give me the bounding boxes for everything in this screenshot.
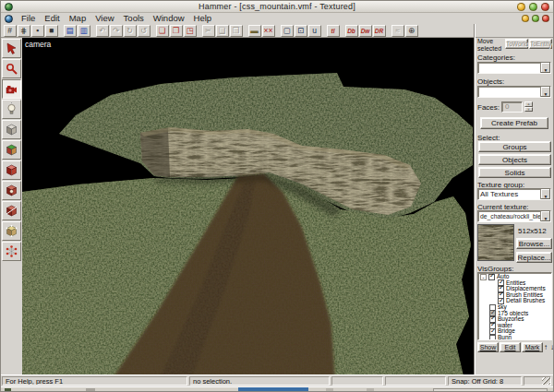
taskbar-start-sliver[interactable] — [5, 388, 11, 392]
visgroups-tree[interactable]: Auto Entities Displacements Brush Entiti… — [477, 272, 552, 340]
3d-viewport[interactable]: camera — [22, 38, 474, 376]
copy-button[interactable]: ❑ — [216, 25, 229, 37]
chevron-down-icon[interactable] — [540, 87, 550, 97]
overlay-tool-button[interactable] — [2, 181, 21, 200]
select-objects-button[interactable]: Objects — [478, 154, 551, 165]
clipping-tool-button[interactable] — [2, 201, 21, 220]
undo-button[interactable]: ↶ — [96, 25, 109, 37]
select-by-handles-icon: u — [312, 26, 317, 35]
magnify-tool-button[interactable] — [2, 59, 21, 78]
toggle-grid-button[interactable]: # — [4, 25, 17, 37]
texture-group-select[interactable]: All Textures — [477, 188, 551, 200]
objects-select[interactable] — [477, 86, 551, 98]
group-button[interactable]: ◳ — [184, 25, 197, 37]
visgroup-mark-button[interactable]: Mark — [522, 342, 543, 352]
menu-window[interactable]: Window — [149, 13, 189, 24]
flip-vertical-icon: ↺ — [140, 26, 147, 35]
load-window-state-button[interactable]: ▤ — [64, 25, 77, 37]
selection-tool-button[interactable] — [2, 39, 21, 58]
texture-lock-button[interactable]: tl — [327, 25, 340, 37]
cut-button[interactable]: ✂ — [202, 25, 215, 37]
displacement-solid-mask-button[interactable]: Db — [345, 25, 358, 37]
camera-tool-button[interactable] — [2, 79, 21, 99]
select-solids-button[interactable]: Solids — [478, 167, 551, 178]
to-entity-button[interactable]: ToEntity — [529, 39, 552, 49]
to-world-button[interactable]: ToWorld — [505, 39, 528, 49]
smaller-grid-button[interactable]: ▪ — [31, 25, 44, 37]
hide-selected-button[interactable]: ▬ — [248, 25, 261, 37]
menu-edit[interactable]: Edit — [40, 13, 64, 24]
spin-down-icon[interactable]: ▼ — [524, 107, 533, 113]
menu-map[interactable]: Map — [65, 13, 90, 24]
child-restore-button[interactable] — [532, 15, 539, 22]
taskbar-active-task[interactable] — [238, 387, 308, 392]
minimize-button[interactable] — [517, 3, 525, 11]
menu-file[interactable]: File — [17, 13, 40, 24]
cordon-edit-button[interactable]: ▢ — [281, 25, 294, 37]
map-document-icon[interactable] — [5, 15, 13, 23]
current-texture-select[interactable]: de_chateau/rockli_blen — [477, 210, 551, 222]
paste-button[interactable]: ❒ — [230, 25, 243, 37]
menu-tools[interactable]: Tools — [119, 13, 149, 24]
child-close-button[interactable] — [542, 15, 549, 22]
browse-button[interactable]: Browse... — [516, 238, 552, 249]
entity-tool-button[interactable] — [2, 100, 21, 119]
taskbar-item-sliver[interactable] — [326, 388, 333, 392]
visgroup-show-button[interactable]: Show — [477, 342, 499, 352]
flip-horizontal-button[interactable]: ↻ — [124, 25, 137, 37]
visgroup-checkbox[interactable] — [489, 335, 496, 340]
toolbar-separator — [275, 25, 280, 37]
collapse-icon[interactable] — [480, 274, 487, 280]
close-button[interactable] — [541, 3, 549, 11]
vertex-tool-button[interactable] — [2, 221, 21, 241]
cordon-toggle-button[interactable]: ⊡ — [295, 25, 307, 37]
move-down-button[interactable]: ↓ — [548, 342, 554, 352]
select-groups-button[interactable]: Groups — [478, 141, 551, 152]
resize-grip[interactable] — [542, 376, 550, 385]
larger-grid-button[interactable]: ■ — [45, 25, 58, 37]
chevron-down-icon[interactable] — [540, 63, 550, 73]
chevron-down-icon[interactable] — [540, 189, 550, 199]
titlebar[interactable]: Hammer - [css_mountain.vmf - Textured] — [1, 1, 553, 13]
taskbar-item-sliver[interactable] — [86, 388, 95, 392]
menu-view[interactable]: View — [90, 13, 118, 24]
show-hidden-button[interactable]: ×× — [262, 25, 275, 37]
flip-vertical-button[interactable]: ↺ — [138, 25, 151, 37]
child-minimize-button[interactable] — [522, 15, 529, 22]
visgroup-checkbox[interactable] — [488, 274, 495, 280]
make-hollow-button[interactable]: ❐ — [170, 25, 183, 37]
paste-icon: ❒ — [233, 26, 240, 35]
visgroup-row[interactable]: Bunn — [489, 335, 551, 340]
menu-help[interactable]: Help — [189, 13, 217, 24]
run-map-button[interactable]: ⊕ — [405, 25, 418, 37]
visgroup-checkbox[interactable] — [498, 298, 504, 304]
carve-button[interactable]: ❏ — [156, 25, 169, 37]
toggle-3d-grid-button[interactable]: ⋕ — [18, 25, 30, 37]
chevron-down-icon[interactable] — [540, 211, 550, 221]
redo-button[interactable]: ↷ — [110, 25, 123, 37]
visgroup-edit-button[interactable]: Edit — [500, 342, 521, 352]
taskbar-tray[interactable] — [433, 388, 548, 392]
apply-texture-tool-button[interactable] — [2, 160, 21, 180]
morph-tool-button[interactable] — [2, 242, 21, 261]
save-window-state-button[interactable]: ▥ — [78, 25, 90, 37]
faces-stepper[interactable]: ▲ ▼ — [524, 101, 533, 112]
displacement-remove-mask-button[interactable]: DR — [373, 25, 386, 37]
replace-button[interactable]: Replace... — [516, 252, 552, 263]
categories-select[interactable] — [477, 62, 551, 74]
block-tool-button[interactable] — [2, 120, 21, 139]
restore-button[interactable] — [529, 3, 537, 11]
auto-visgroup-button[interactable]: ≈ — [391, 25, 404, 37]
status-grip-cell — [524, 376, 551, 386]
displacement-walkable-mask-button[interactable]: Dw — [359, 25, 372, 37]
viewport-camera-label[interactable]: camera — [25, 40, 51, 49]
faces-input[interactable]: 0 — [501, 101, 523, 113]
terrain-render — [22, 38, 474, 376]
clipping-tool-icon — [5, 204, 18, 218]
smaller-grid-icon: ▪ — [36, 26, 39, 35]
create-prefab-button[interactable]: Create Prefab — [480, 117, 548, 129]
select-by-handles-button[interactable]: u — [308, 25, 321, 37]
taskbar-item-sliver[interactable] — [367, 388, 374, 392]
overlay-tool-icon — [5, 184, 18, 197]
texture-application-tool-button[interactable] — [2, 140, 21, 160]
